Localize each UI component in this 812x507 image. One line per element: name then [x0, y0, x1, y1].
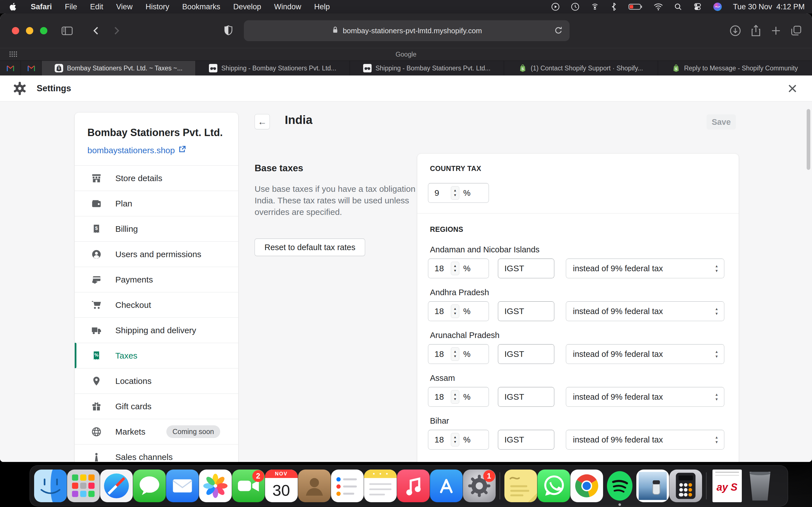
sidebar-item-sales-channels[interactable]: Sales channels — [75, 444, 238, 462]
menu-file[interactable]: File — [58, 3, 84, 11]
spotlight-icon[interactable] — [674, 3, 682, 11]
region-tax-rate-group[interactable]: ▴▾ % — [428, 387, 489, 407]
tax-mode-select[interactable]: instead of 9% federal tax ▲▼ — [566, 344, 724, 364]
menu-help[interactable]: Help — [308, 3, 336, 11]
dock-messages-icon[interactable] — [133, 469, 166, 502]
window-close-button[interactable] — [12, 27, 19, 34]
menu-window[interactable]: Window — [267, 3, 308, 11]
region-tax-rate-group[interactable]: ▴▾ % — [428, 430, 489, 450]
control-center-icon[interactable] — [693, 2, 702, 11]
share-icon[interactable] — [750, 24, 762, 37]
stepper-down-icon[interactable]: ▾ — [454, 354, 456, 359]
window-minimize-button[interactable] — [26, 27, 33, 34]
tax-name-input[interactable] — [498, 259, 554, 278]
dock-system-preferences-icon[interactable]: 1 — [463, 469, 496, 502]
tab-shipping-2[interactable]: Shipping - Bombay Stationers Pvt. Ltd... — [350, 61, 504, 75]
stepper-down-icon[interactable]: ▾ — [454, 269, 456, 273]
tax-mode-select[interactable]: instead of 9% federal tax ▲▼ — [566, 387, 724, 407]
dock-contacts-icon[interactable] — [298, 469, 331, 502]
stepper-up-icon[interactable]: ▴ — [454, 349, 456, 354]
tax-name-input[interactable] — [498, 344, 554, 364]
stepper-up-icon[interactable]: ▴ — [454, 435, 456, 440]
hotspot-icon[interactable] — [591, 2, 599, 11]
stepper-down-icon[interactable]: ▾ — [454, 397, 456, 402]
stepper-down-icon[interactable]: ▾ — [454, 311, 456, 316]
stepper[interactable]: ▴▾ — [451, 262, 459, 275]
dock-facetime-icon[interactable]: 2 — [232, 469, 265, 502]
sidebar-item-markets[interactable]: Markets Coming soon — [75, 419, 238, 444]
sidebar-item-payments[interactable]: Payments — [75, 267, 238, 292]
tax-rate-input[interactable] — [428, 306, 451, 316]
region-tax-rate-group[interactable]: ▴▾ % — [428, 259, 489, 278]
tab-taxes[interactable]: S Bombay Stationers Pvt. Ltd. ~ Taxes ~.… — [42, 61, 196, 75]
apple-menu-icon[interactable] — [8, 2, 18, 11]
stepper-down-icon[interactable]: ▾ — [454, 193, 456, 198]
tax-mode-select[interactable]: instead of 9% federal tax ▲▼ — [566, 301, 724, 321]
siri-icon[interactable] — [713, 2, 722, 11]
dock-mail-icon[interactable] — [166, 469, 199, 502]
menu-history[interactable]: History — [139, 3, 175, 11]
sidebar-item-shipping-delivery[interactable]: Shipping and delivery — [75, 318, 238, 343]
save-button[interactable]: Save — [707, 114, 736, 129]
stepper-up-icon[interactable]: ▴ — [454, 306, 456, 311]
favorites-grid-icon[interactable] — [9, 50, 17, 61]
tax-mode-select[interactable]: instead of 9% federal tax ▲▼ — [566, 259, 724, 278]
reload-icon[interactable] — [554, 25, 563, 38]
back-button[interactable]: ← — [255, 114, 270, 129]
sidebar-item-gift-cards[interactable]: Gift cards — [75, 393, 238, 419]
dock-minimized-document[interactable]: ay S — [711, 469, 744, 502]
stepper-up-icon[interactable]: ▴ — [454, 392, 456, 397]
pinned-tab-gmail-1[interactable] — [0, 61, 21, 75]
menu-edit[interactable]: Edit — [84, 3, 110, 11]
stepper[interactable]: ▴▾ — [451, 433, 459, 446]
tax-name-input[interactable] — [498, 387, 554, 407]
wifi-icon[interactable] — [654, 3, 663, 11]
time-machine-icon[interactable] — [571, 2, 580, 11]
tax-rate-input[interactable] — [428, 435, 451, 445]
dock-spotify-icon[interactable] — [603, 469, 636, 502]
country-tax-input[interactable] — [428, 188, 451, 198]
store-link[interactable]: bombaystationers.shop — [87, 145, 225, 155]
tab-shipping-1[interactable]: Shipping - Bombay Stationers Pvt. Ltd... — [196, 61, 350, 75]
dock-reminders-icon[interactable] — [331, 469, 364, 502]
dock-app-store-icon[interactable] — [430, 469, 463, 502]
forward-icon[interactable] — [112, 25, 122, 36]
back-icon[interactable] — [91, 25, 101, 36]
dock-calendar-icon[interactable]: NOV30 — [265, 469, 298, 502]
tax-rate-input[interactable] — [428, 264, 451, 273]
address-bar[interactable]: bombay-stationers-pvt-lmtd.myshopify.com — [244, 20, 569, 41]
scrollbar-thumb[interactable] — [807, 109, 810, 170]
favorites-bookmark-google[interactable]: Google — [396, 51, 416, 58]
reset-default-tax-rates-button[interactable]: Reset to default tax rates — [255, 238, 365, 256]
region-tax-rate-group[interactable]: ▴▾ % — [428, 344, 489, 364]
tab-shopify-community[interactable]: S Reply to Message - Shopify Community — [658, 61, 812, 75]
play-circle-icon[interactable] — [551, 2, 560, 11]
pinned-tab-gmail-2[interactable] — [21, 61, 42, 75]
sidebar-toggle-icon[interactable] — [61, 25, 73, 36]
sidebar-item-taxes[interactable]: % Taxes — [75, 343, 238, 368]
tax-name-input[interactable] — [498, 430, 554, 450]
region-tax-rate-group[interactable]: ▴▾ % — [428, 301, 489, 321]
window-zoom-button[interactable] — [40, 27, 47, 34]
dock-launchpad-icon[interactable] — [67, 469, 100, 502]
dock-stickies-icon[interactable] — [504, 469, 537, 502]
sidebar-item-checkout[interactable]: Checkout — [75, 292, 238, 318]
tax-rate-input[interactable] — [428, 349, 451, 359]
dock-trash-icon[interactable] — [744, 469, 776, 502]
downloads-icon[interactable] — [729, 24, 742, 37]
stepper[interactable]: ▴▾ — [451, 347, 459, 361]
dock-safari-icon[interactable] — [100, 469, 133, 502]
store-url[interactable]: bombaystationers.shop — [87, 146, 175, 155]
menu-view[interactable]: View — [110, 3, 139, 11]
bluetooth-icon[interactable] — [610, 2, 617, 11]
dock-finder-icon[interactable] — [34, 469, 67, 502]
stepper[interactable]: ▴▾ — [451, 390, 459, 404]
country-tax-input-group[interactable]: ▴▾ % — [428, 183, 489, 203]
tax-mode-select[interactable]: instead of 9% federal tax ▲▼ — [566, 430, 724, 450]
menu-bar-clock[interactable]: Tue 30 Nov 4:12 PM — [733, 3, 805, 11]
stepper-up-icon[interactable]: ▴ — [454, 188, 456, 193]
stepper[interactable]: ▴▾ — [451, 304, 459, 318]
tab-overview-icon[interactable] — [790, 24, 802, 37]
dock-chrome-icon[interactable] — [570, 469, 603, 502]
dock-notes-icon[interactable] — [364, 469, 397, 502]
